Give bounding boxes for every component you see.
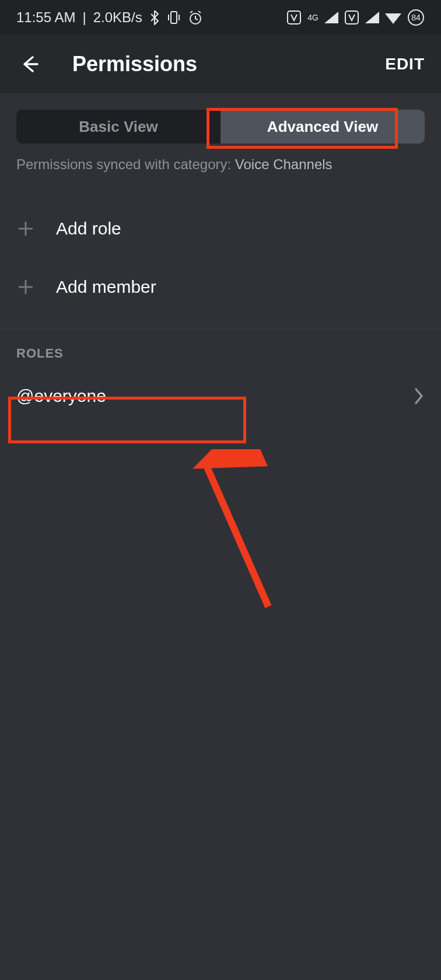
svg-rect-2	[288, 11, 300, 24]
v-box-icon-2	[344, 10, 359, 25]
add-member-button[interactable]: Add member	[0, 258, 441, 316]
annotation-arrow-icon	[187, 449, 280, 612]
status-separator: |	[82, 9, 86, 26]
tab-basic-view[interactable]: Basic View	[16, 110, 220, 144]
bluetooth-icon	[149, 10, 160, 25]
signal-icon-2	[365, 12, 379, 23]
sync-category: Voice Channels	[235, 156, 332, 172]
back-button[interactable]	[16, 51, 42, 77]
tab-advanced-view[interactable]: Advanced View	[220, 110, 425, 144]
page-title: Permissions	[72, 52, 197, 76]
sync-status: Permissions synced with category: Voice …	[16, 156, 425, 173]
status-speed: 2.0KB/s	[93, 9, 142, 26]
status-time: 11:55 AM	[16, 9, 75, 26]
tab-basic-label: Basic View	[79, 118, 158, 136]
v-box-icon	[286, 10, 302, 25]
battery-percent: 84	[407, 9, 425, 26]
content: Basic View Advanced View Permissions syn…	[0, 93, 441, 424]
view-tabs: Basic View Advanced View	[16, 110, 425, 144]
svg-rect-0	[171, 12, 177, 23]
app-bar: Permissions EDIT	[0, 35, 441, 93]
role-item-label: @everyone	[16, 386, 106, 406]
sync-prefix: Permissions synced with category:	[16, 156, 235, 172]
plus-icon	[16, 278, 35, 296]
signal-icon	[324, 12, 338, 23]
role-item-everyone[interactable]: @everyone	[0, 368, 441, 424]
vibrate-icon	[167, 10, 181, 25]
add-member-label: Add member	[56, 277, 156, 297]
chevron-right-icon	[413, 387, 425, 405]
svg-line-5	[205, 463, 268, 607]
add-role-label: Add role	[56, 219, 121, 239]
roles-heading: ROLES	[0, 328, 441, 368]
plus-icon	[16, 219, 35, 238]
add-role-button[interactable]: Add role	[0, 200, 441, 258]
add-list: Add role Add member	[0, 200, 441, 316]
network-type: 4G	[307, 14, 318, 21]
alarm-icon	[188, 10, 203, 25]
wifi-icon	[385, 11, 401, 24]
tab-advanced-label: Advanced View	[267, 118, 378, 136]
status-bar: 11:55 AM | 2.0KB/s	[0, 0, 441, 35]
edit-button[interactable]: EDIT	[385, 55, 425, 74]
svg-rect-3	[345, 11, 358, 24]
battery-icon: 84	[407, 9, 425, 26]
